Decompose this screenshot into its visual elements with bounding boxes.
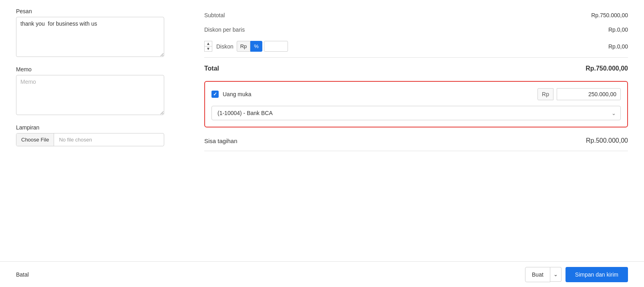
footer-bar: Batal Buat ⌄ Simpan dan kirim (0, 261, 644, 287)
total-value: Rp.750.000,00 (586, 65, 628, 72)
divider-1 (204, 57, 628, 58)
diskon-label: Diskon (216, 43, 233, 50)
total-row: Total Rp.750.000,00 (204, 59, 628, 78)
diskon-per-baris-value: Rp.0,00 (608, 26, 628, 33)
bank-select-wrapper: (1-10004) - Bank BCA ⌄ (211, 106, 621, 120)
uang-muka-row: ✓ Uang muka Rp (211, 88, 621, 100)
percent-button[interactable]: % (250, 41, 262, 52)
diskon-per-baris-row: Diskon per baris Rp.0,00 (204, 22, 628, 37)
sisa-tagihan-value: Rp.500.000,00 (586, 137, 628, 144)
memo-textarea[interactable] (16, 75, 164, 115)
choose-file-button[interactable]: Choose File (16, 133, 54, 146)
uang-muka-box: ✓ Uang muka Rp (1-10004) - Bank BCA ⌄ (204, 81, 628, 127)
memo-label: Memo (16, 66, 164, 73)
diskon-row-value: Rp.0,00 (608, 43, 628, 50)
simpan-dan-kirim-button[interactable]: Simpan dan kirim (566, 267, 628, 282)
uang-muka-checkbox[interactable]: ✓ (211, 91, 219, 98)
divider-2 (204, 151, 628, 151)
batal-button[interactable]: Batal (16, 271, 29, 278)
diskon-per-baris-label: Diskon per baris (204, 26, 245, 33)
buat-dropdown-button[interactable]: ⌄ (550, 267, 561, 282)
diskon-row: ▲ ▼ Diskon Rp % Rp.0,00 (204, 37, 628, 56)
pesan-textarea[interactable]: thank you for business with us (16, 17, 164, 57)
subtotal-row: Subtotal Rp.750.000,00 (204, 8, 628, 22)
spinner-up-button[interactable]: ▲ (204, 41, 212, 46)
lampiran-label: Lampiran (16, 124, 164, 131)
diskon-spinner[interactable]: ▲ ▼ (204, 41, 212, 52)
total-label: Total (204, 65, 219, 72)
spinner-down-button[interactable]: ▼ (204, 46, 212, 52)
footer-right: Buat ⌄ Simpan dan kirim (525, 267, 628, 282)
subtotal-value: Rp.750.000,00 (591, 12, 628, 18)
rp-button[interactable]: Rp (237, 41, 251, 52)
uang-muka-input[interactable] (557, 88, 621, 100)
file-input-wrapper: Choose File No file chosen (16, 133, 164, 146)
diskon-input[interactable] (264, 41, 288, 52)
uang-muka-label: Uang muka (223, 91, 537, 97)
subtotal-label: Subtotal (204, 12, 225, 18)
buat-button[interactable]: Buat (525, 267, 550, 282)
pesan-label: Pesan (16, 8, 164, 14)
bank-select[interactable]: (1-10004) - Bank BCA (211, 106, 621, 120)
no-file-text: No file chosen (54, 133, 97, 146)
sisa-tagihan-row: Sisa tagihan Rp.500.000,00 (204, 131, 628, 148)
sisa-tagihan-label: Sisa tagihan (204, 137, 237, 144)
uang-muka-rp-label: Rp (537, 88, 553, 100)
checkbox-check-icon: ✓ (213, 91, 217, 97)
chevron-down-icon: ⌄ (553, 271, 558, 277)
